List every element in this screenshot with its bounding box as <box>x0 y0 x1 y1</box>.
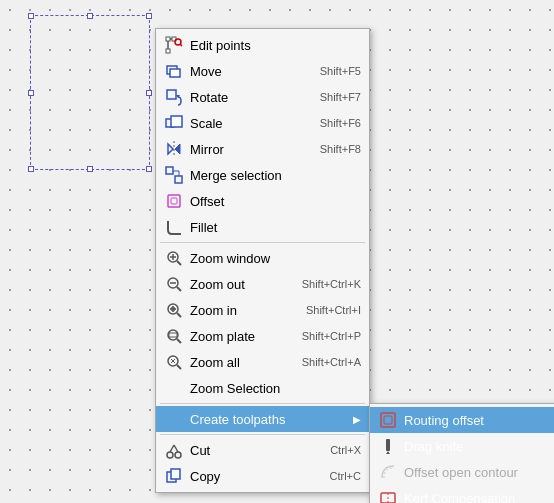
svg-line-25 <box>177 287 181 291</box>
svg-rect-15 <box>175 176 182 183</box>
svg-rect-10 <box>171 116 182 127</box>
menu-label-zoom-window: Zoom window <box>190 251 361 266</box>
zoom-all-icon <box>164 352 184 372</box>
submenu-label-routing-offset: Routing offset <box>404 413 554 428</box>
menu-label-merge: Merge selection <box>190 168 361 183</box>
svg-rect-41 <box>386 439 390 451</box>
menu-label-fillet: Fillet <box>190 220 361 235</box>
zoom-out-icon <box>164 274 184 294</box>
menu-label-create-toolpaths: Create toolpaths <box>190 412 349 427</box>
menu-item-scale[interactable]: Scale Shift+F6 <box>156 110 369 136</box>
submenu: Routing offset Drag knife <box>369 403 554 503</box>
menu-item-mirror[interactable]: Mirror Shift+F8 <box>156 136 369 162</box>
svg-rect-14 <box>166 167 173 174</box>
svg-line-33 <box>177 339 181 343</box>
handle-bottom-mid <box>87 166 93 172</box>
submenu-item-drag-knife[interactable]: Drag knife <box>370 433 554 459</box>
svg-line-69 <box>170 445 174 452</box>
menu-label-cut: Cut <box>190 443 320 458</box>
svg-rect-0 <box>166 49 170 53</box>
handle-top-right <box>146 13 152 19</box>
submenu-item-kerf-compensation[interactable]: Kerf Compensation <box>370 485 554 503</box>
submenu-item-routing-offset[interactable]: Routing offset <box>370 407 554 433</box>
svg-rect-7 <box>167 90 176 99</box>
kerf-compensation-icon <box>378 488 398 503</box>
menu-shortcut-rotate: Shift+F7 <box>320 91 361 103</box>
menu-item-merge-selection[interactable]: Merge selection <box>156 162 369 188</box>
canvas-shape <box>30 15 150 170</box>
svg-rect-34 <box>169 333 177 337</box>
menu-item-zoom-all[interactable]: Zoom all Shift+Ctrl+A <box>156 349 369 375</box>
menu-item-offset[interactable]: Offset <box>156 188 369 214</box>
menu-item-zoom-selection[interactable]: Zoom Selection <box>156 375 369 401</box>
svg-line-21 <box>177 261 181 265</box>
cut-icon <box>164 440 184 460</box>
svg-point-68 <box>175 452 181 458</box>
svg-marker-42 <box>386 451 390 454</box>
menu-shortcut-move: Shift+F5 <box>320 65 361 77</box>
svg-rect-18 <box>168 195 180 207</box>
menu-shortcut-zoom-plate: Shift+Ctrl+P <box>302 330 361 342</box>
menu-item-move[interactable]: Move Shift+F5 <box>156 58 369 84</box>
menu-item-create-toolpaths[interactable]: Create toolpaths ▶ Routing offset <box>156 406 369 432</box>
menu-item-rotate[interactable]: Rotate Shift+F7 <box>156 84 369 110</box>
menu-shortcut-zoom-in: Shift+Ctrl+I <box>306 304 361 316</box>
menu-label-mirror: Mirror <box>190 142 310 157</box>
divider-3 <box>160 434 365 435</box>
scale-icon <box>164 113 184 133</box>
menu-label-edit-points: Edit points <box>190 38 361 53</box>
menu-label-scale: Scale <box>190 116 310 131</box>
edit-points-icon <box>164 35 184 55</box>
menu-item-zoom-window[interactable]: Zoom window <box>156 245 369 271</box>
create-toolpaths-spacer <box>164 409 184 429</box>
svg-point-67 <box>167 452 173 458</box>
menu-label-zoom-plate: Zoom plate <box>190 329 292 344</box>
handle-bottom-right <box>146 166 152 172</box>
menu-label-offset: Offset <box>190 194 361 209</box>
zoom-selection-spacer <box>164 378 184 398</box>
menu-item-edit-points[interactable]: Edit points <box>156 32 369 58</box>
menu-label-zoom-all: Zoom all <box>190 355 292 370</box>
handle-top-mid <box>87 13 93 19</box>
svg-line-70 <box>174 445 178 452</box>
menu-label-zoom-selection: Zoom Selection <box>190 381 361 396</box>
svg-line-28 <box>177 313 181 317</box>
svg-line-4 <box>180 44 182 46</box>
merge-icon <box>164 165 184 185</box>
svg-rect-1 <box>166 37 170 41</box>
svg-line-36 <box>177 365 181 369</box>
menu-label-zoom-out: Zoom out <box>190 277 292 292</box>
divider-2 <box>160 403 365 404</box>
zoom-plate-icon <box>164 326 184 346</box>
menu-shortcut-scale: Shift+F6 <box>320 117 361 129</box>
menu-shortcut-cut: Ctrl+X <box>330 444 361 456</box>
menu-label-zoom-in: Zoom in <box>190 303 296 318</box>
menu-label-rotate: Rotate <box>190 90 310 105</box>
submenu-label-drag-knife: Drag knife <box>404 439 554 454</box>
handle-top-left <box>28 13 34 19</box>
menu-item-zoom-in[interactable]: Zoom in Shift+Ctrl+I <box>156 297 369 323</box>
svg-rect-40 <box>384 416 392 424</box>
rotate-icon <box>164 87 184 107</box>
menu-shortcut-zoom-all: Shift+Ctrl+A <box>302 356 361 368</box>
svg-rect-39 <box>381 413 395 427</box>
menu-item-zoom-out[interactable]: Zoom out Shift+Ctrl+K <box>156 271 369 297</box>
svg-rect-19 <box>171 198 177 204</box>
routing-offset-icon <box>378 410 398 430</box>
menu-item-copy[interactable]: Copy Ctrl+C <box>156 463 369 489</box>
menu-shortcut-mirror: Shift+F8 <box>320 143 361 155</box>
submenu-label-kerf-compensation: Kerf Compensation <box>404 491 554 504</box>
menu-shortcut-copy: Ctrl+C <box>330 470 361 482</box>
mirror-icon <box>164 139 184 159</box>
menu-item-fillet[interactable]: Fillet <box>156 214 369 240</box>
copy-icon <box>164 466 184 486</box>
svg-rect-6 <box>170 69 180 77</box>
menu-item-zoom-plate[interactable]: Zoom plate Shift+Ctrl+P <box>156 323 369 349</box>
handle-mid-right <box>146 90 152 96</box>
menu-item-cut[interactable]: Cut Ctrl+X <box>156 437 369 463</box>
submenu-item-offset-open-contour: Offset open contour <box>370 459 554 485</box>
svg-rect-72 <box>171 469 180 479</box>
context-menu: Edit points Move Shift+F5 Rotate Shift+F… <box>155 28 370 493</box>
divider-1 <box>160 242 365 243</box>
offset-icon <box>164 191 184 211</box>
